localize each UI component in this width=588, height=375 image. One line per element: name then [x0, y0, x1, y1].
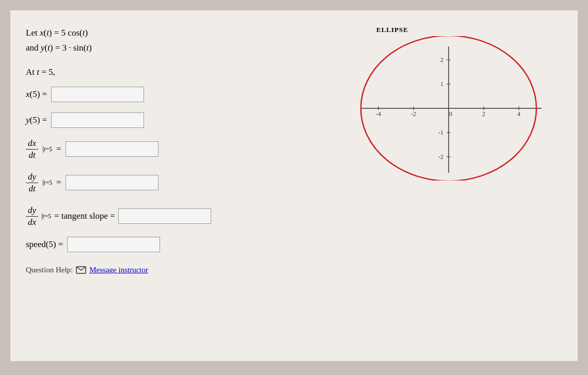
speed-input[interactable] — [67, 237, 160, 252]
graph-title: ELLIPSE — [376, 26, 408, 34]
tangent-numerator: dy — [26, 205, 38, 217]
speed-label: speed(5) = — [26, 239, 63, 250]
main-container: Let x(t) = 5 cos(t) and y(t) = 3 · sin(t… — [10, 10, 578, 361]
dydt-row: dy dt |t=5 = — [26, 172, 335, 194]
right-panel: ELLIPSE -4 -2 — [345, 26, 562, 351]
dydt-equals: = — [56, 177, 61, 188]
question-help: Question Help: Message instructor — [26, 266, 335, 274]
svg-text:-2: -2 — [438, 153, 443, 160]
x5-input[interactable] — [51, 87, 144, 102]
tangent-fraction: dy dx — [26, 205, 38, 227]
at-t-block: At t = 5, — [26, 67, 335, 77]
speed-row: speed(5) = — [26, 237, 335, 252]
svg-text:1: 1 — [440, 80, 443, 88]
tangent-row: dy dx |t=5 = tangent slope = — [26, 205, 335, 227]
tangent-slope-text: = tangent slope = — [54, 211, 115, 221]
tangent-subscript: |t=5 — [41, 212, 51, 220]
y5-input[interactable] — [51, 112, 144, 128]
svg-text:-2: -2 — [411, 110, 416, 118]
equation-block: Let x(t) = 5 cos(t) and y(t) = 3 · sin(t… — [26, 26, 335, 56]
dxdt-equals: = — [56, 144, 61, 154]
graph-svg: -4 -2 0 2 4 2 1 — [351, 36, 547, 181]
svg-text:0: 0 — [449, 110, 452, 118]
x5-label: x(5) = — [26, 89, 47, 100]
svg-text:2: 2 — [482, 110, 485, 118]
dxdt-fraction: dx dt — [26, 138, 38, 160]
tangent-denominator: dx — [26, 217, 38, 227]
tangent-input[interactable] — [118, 208, 211, 224]
y5-label: y(5) = — [26, 115, 47, 125]
mail-icon — [76, 266, 86, 274]
dxdt-row: dx dt |t=5 = — [26, 138, 335, 160]
dxdt-input[interactable] — [66, 141, 158, 157]
svg-text:-4: -4 — [376, 110, 381, 118]
graph-area: -4 -2 0 2 4 2 1 — [351, 36, 547, 181]
svg-text:2: 2 — [440, 56, 443, 63]
dxdt-denominator: dt — [26, 150, 37, 160]
dydt-subscript: |t=5 — [42, 178, 52, 187]
svg-text:-1: -1 — [438, 129, 443, 136]
y5-row: y(5) = — [26, 112, 335, 128]
dxdt-numerator: dx — [26, 138, 38, 150]
svg-text:4: 4 — [517, 110, 520, 118]
message-instructor-link[interactable]: Message instructor — [89, 266, 148, 274]
equation-line1: Let x(t) = 5 cos(t) — [26, 26, 335, 41]
dydt-denominator: dt — [26, 183, 37, 194]
dxdt-subscript: |t=5 — [42, 145, 52, 153]
equation-line2: and y(t) = 3 · sin(t) — [26, 41, 335, 56]
x5-row: x(5) = — [26, 87, 335, 102]
dydt-numerator: dy — [26, 172, 38, 183]
left-panel: Let x(t) = 5 cos(t) and y(t) = 3 · sin(t… — [26, 26, 335, 351]
dydt-input[interactable] — [66, 175, 158, 190]
question-help-label: Question Help: — [26, 266, 73, 274]
dydt-fraction: dy dt — [26, 172, 38, 194]
